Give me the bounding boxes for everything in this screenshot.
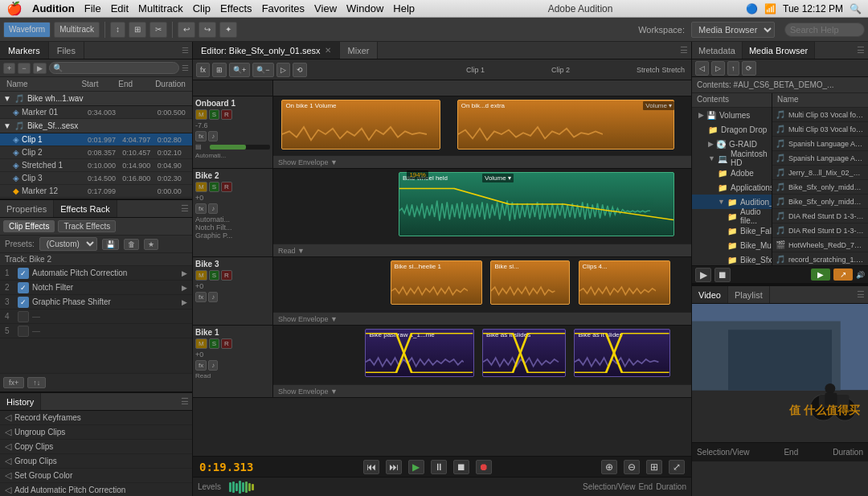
clip-effects-tab[interactable]: Clip Effects [3,220,55,232]
tab-playlist[interactable]: Playlist [728,286,770,303]
pause-btn[interactable]: ⏸ [431,460,447,474]
editor-tab-mixer[interactable]: Mixer [340,42,379,59]
clip-bike3-2[interactable]: Bike sl... [490,260,570,305]
marker-row-clip3[interactable]: ◈ Clip 3 0:14.500 0:16.800 0:02.30 [0,172,192,185]
history-menu-btn[interactable]: ☰ [178,393,192,410]
apple-menu[interactable]: 🍎 [6,1,23,16]
ed-loop-btn[interactable]: ⟲ [293,63,307,77]
media-refresh[interactable]: ⟳ [742,61,756,76]
fx-add-btn[interactable]: fx+ [3,377,24,388]
delete-preset-btn[interactable]: 🗑 [124,239,139,250]
workspace-dropdown[interactable]: Media Browser [691,22,775,38]
tool-btn-1[interactable]: ↕ [110,22,125,38]
marker-group-header-1[interactable]: ▼ 🎵 Bike wh...1.wav [0,92,192,106]
media-nav-back[interactable]: ◁ [695,61,709,76]
record-btn-bike2[interactable]: R [221,182,232,192]
presets-dropdown[interactable]: (Custom) [39,237,97,251]
file-item-4[interactable]: 🎵 Jerry_8...ll_Mix_02_Auto_Sp... [772,166,868,180]
effect-item-empty-4[interactable]: 4 — [0,309,192,324]
tree-bike-fall[interactable]: 📁 Bike_Fall... [692,223,772,238]
tab-markers[interactable]: Markers [0,42,49,59]
tab-history[interactable]: History [0,393,41,410]
go-start-btn[interactable]: ⏮ [363,460,379,474]
tree-volumes[interactable]: ▶ 💾 Volumes [692,108,772,122]
track-content-onboard1[interactable]: On bike 1 Volume On bik...d extra Show E… [273,96,691,168]
ed-zoom-out[interactable]: 🔍− [252,63,273,77]
media-stop-btn[interactable]: ⏹ [714,268,731,282]
track-eq-btn[interactable]: ♪ [208,131,218,141]
menu-multitrack[interactable]: Multitrack [138,2,183,14]
markers-menu[interactable]: ☰ [182,64,189,72]
effect-item-3[interactable]: 3 ✓ Graphic Phase Shifter ▶ [0,295,192,309]
file-item-1[interactable]: 🎵 Multi Clip 03 Vocal for T... [772,122,868,137]
track-eq-btn-bike2[interactable]: ♪ [208,203,218,214]
tool-btn-4[interactable]: ↩ [178,22,195,38]
tool-btn-6[interactable]: ✦ [219,22,237,38]
tool-btn-3[interactable]: ✂ [149,22,167,38]
tree-bike-mus[interactable]: 📁 Bike_Mus... [692,238,772,252]
file-item-7[interactable]: 🎵 DIA Red Stunt D 1-3-10... [772,209,868,223]
track-eq-btn-bike3[interactable]: ♪ [208,292,218,302]
video-menu-btn[interactable]: ☰ [854,286,868,303]
effect-item-empty-5[interactable]: 5 — [0,324,192,338]
search-icon[interactable]: 🔍 [850,3,862,14]
history-item-2[interactable]: ◁ Copy Clips [0,440,192,454]
menu-edit[interactable]: Edit [111,2,129,14]
envelope-bar-bike3[interactable]: Show Envelope ▼ [273,312,691,325]
ed-grid-btn[interactable]: ⊞ [212,63,227,77]
media-insert-btn[interactable]: ▶ [811,268,830,281]
prop-menu-btn[interactable]: ☰ [178,200,192,217]
zoom-out-time-btn[interactable]: ⊖ [624,460,640,474]
history-item-4[interactable]: ◁ Set Group Color [0,469,192,483]
effect-enable-2[interactable]: ✓ [18,282,29,293]
go-end-btn[interactable]: ⏭ [386,460,402,474]
star-btn[interactable]: ★ [144,239,158,250]
tree-audio-file[interactable]: 📁 Audio file... [692,209,772,223]
tree-applications[interactable]: 📁 Applications [692,180,772,195]
menu-audition[interactable]: Audition [32,2,75,14]
history-item-5[interactable]: ◁ Add Automatic Pitch Correction [0,483,192,496]
tool-btn-2[interactable]: ⊞ [129,22,146,38]
multitrack-btn[interactable]: Multitrack [54,22,100,38]
stop-btn[interactable]: ⏹ [453,460,469,474]
menu-favorites[interactable]: Favorites [262,2,305,14]
save-preset-btn[interactable]: 💾 [102,239,119,250]
media-play-btn[interactable]: ▶ [695,268,711,282]
solo-btn-bike3[interactable]: S [209,270,219,281]
fader-bar-1[interactable] [210,145,270,150]
mute-btn-bike2[interactable]: M [195,182,207,192]
file-item-10[interactable]: 🎵 record_scratching_1.wav [772,252,868,265]
track-content-bike1[interactable]: Bike past raw 1_1...me Bike as it slides [273,326,691,397]
record-btn-bike1[interactable]: R [221,338,232,349]
file-item-5[interactable]: 🎵 Bike_Sfx_only_middown... [772,180,868,195]
play-btn[interactable]: ▶ [408,460,424,474]
marker-add-btn[interactable]: + [3,63,15,74]
tab-effects-rack[interactable]: Effects Rack [54,200,117,217]
track-fx-btn-bike3[interactable]: fx [195,292,207,302]
track-fx-btn[interactable]: fx [195,131,207,141]
file-item-0[interactable]: 🎵 Multi Clip 03 Vocal for T... [772,108,868,122]
tab-metadata[interactable]: Metadata [692,42,743,59]
tab-properties[interactable]: Properties [0,200,54,217]
marker-del-btn[interactable]: − [18,63,30,74]
track-eq-btn-bike1[interactable]: ♪ [208,360,218,371]
file-item-9[interactable]: 🎬 HotWheels_RedD_720p.r... [772,238,868,252]
tab-close-btn[interactable]: ✕ [325,46,331,55]
tab-media-browser[interactable]: Media Browser [743,42,815,59]
clip-bike1-3[interactable]: Bike as it slides [574,329,670,377]
solo-btn-onboard1[interactable]: S [209,109,219,120]
record-transport-btn[interactable]: ⏺ [476,460,492,474]
history-item-3[interactable]: ◁ Group Clips [0,454,192,469]
file-item-3[interactable]: 🎵 Spanish Language ADR_l... [772,151,868,166]
ed-select-btn[interactable]: ▷ [276,63,290,77]
marker-row-str1[interactable]: ◈ Stretched 1 0:10.000 0:14.900 0:04.90 [0,159,192,172]
mute-btn-onboard1[interactable]: M [195,109,207,120]
solo-btn-bike2[interactable]: S [209,182,219,192]
history-item-1[interactable]: ◁ Ungroup Clips [0,425,192,440]
tree-adobe[interactable]: 📁 Adobe [692,166,772,180]
envelope-bar-bike1[interactable]: Show Envelope ▼ [273,384,691,397]
tab-video[interactable]: Video [692,286,728,303]
panel-menu-btn[interactable]: ☰ [178,42,192,59]
marker-group-header-2[interactable]: ▼ 🎵 Bike_Sf...sesx [0,119,192,133]
track-fx-btn-bike2[interactable]: fx [195,203,207,214]
